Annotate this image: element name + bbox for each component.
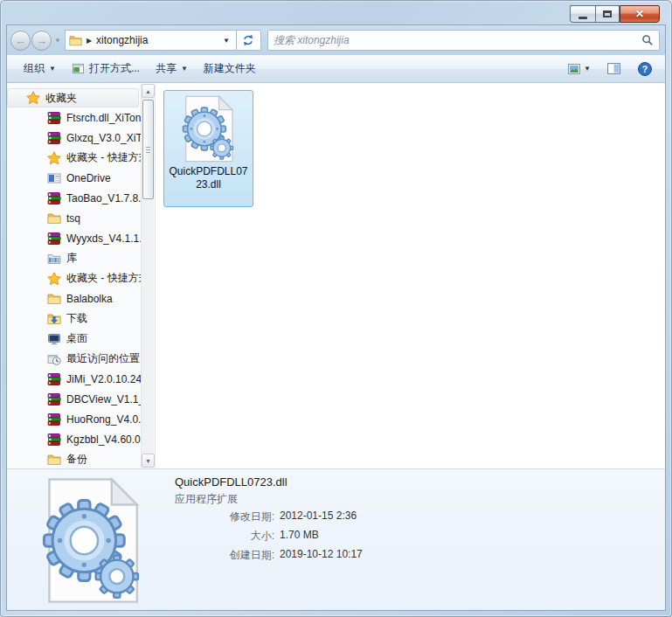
rar-icon [47, 111, 61, 125]
back-button[interactable]: ← [10, 31, 31, 51]
navigation-bar: ← → ▼ ▶ xitongzhijia ▼ [7, 25, 665, 55]
tree-item[interactable]: 下载 [7, 308, 155, 329]
folder-tree: 收藏夹 Ftsrch.dll_XiTong Glxzq_V3.0_XiTo 收藏… [7, 83, 155, 468]
tree-item[interactable]: Balabolka [7, 288, 155, 308]
rar-icon [47, 191, 61, 205]
details-file-name: QuickPDFDLL0723.dll [175, 475, 288, 489]
breadcrumb[interactable]: xitongzhijia [96, 34, 148, 46]
close-button[interactable]: ✕ [620, 5, 660, 23]
open-with-icon [72, 62, 85, 75]
dll-file-icon [182, 95, 236, 163]
details-field-row: 创建日期:2019-10-12 10:17 [138, 548, 363, 563]
onedrive-icon [47, 171, 61, 185]
refresh-icon [242, 34, 254, 46]
tree-item[interactable]: 最近访问的位置 [7, 349, 155, 369]
organize-button[interactable]: 组织▼ [16, 58, 64, 80]
maximize-icon [603, 10, 612, 17]
sidebar-scrollbar[interactable]: ▲ ▼ [141, 84, 154, 468]
tree-item[interactable]: TaoBao_V1.7.8.1 [7, 188, 155, 208]
file-list-pane[interactable]: QuickPDFDLL0723.dll [156, 83, 665, 468]
close-icon: ✕ [635, 9, 644, 19]
chevron-down-icon: ▼ [181, 65, 188, 73]
maximize-button[interactable] [595, 5, 620, 23]
tree-item[interactable]: JiMi_V2.0.10.24_ [7, 369, 155, 389]
window-inner: ← → ▼ ▶ xitongzhijia ▼ [6, 24, 666, 611]
address-bar[interactable]: ▶ xitongzhijia ▼ [65, 30, 236, 51]
details-field-row: 大小:1.70 MB [138, 529, 363, 544]
new-folder-button[interactable]: 新建文件夹 [196, 58, 264, 80]
refresh-button[interactable] [236, 30, 261, 51]
back-arrow-icon: ← [15, 34, 26, 47]
details-field-label: 创建日期: [138, 548, 274, 563]
explorer-window: ✕ ← → ▼ ▶ xitongzhijia ▼ [0, 0, 672, 617]
details-field-value: 2012-01-15 2:36 [280, 510, 357, 524]
tree-item[interactable]: Kgzbbl_V4.60.0.5 [7, 429, 155, 449]
chevron-down-icon: ▼ [49, 65, 56, 73]
preview-pane-icon [606, 61, 621, 76]
folder-icon [47, 453, 61, 467]
open-with-button[interactable]: 打开方式... [64, 58, 148, 80]
tree-item[interactable]: 收藏夹 - 快捷方式 [7, 268, 155, 288]
tree-item[interactable]: 收藏夹 [7, 88, 139, 107]
history-dropdown[interactable]: ▼ [54, 37, 61, 45]
minimize-button[interactable] [570, 5, 595, 23]
tree-item[interactable]: tsq [7, 208, 155, 228]
forward-arrow-icon: → [36, 34, 47, 47]
change-view-button[interactable]: ▼ [564, 59, 594, 79]
chevron-down-icon: ▼ [584, 65, 591, 73]
rar-icon [47, 372, 61, 386]
details-file-type: 应用程序扩展 [175, 492, 238, 507]
file-item-selected[interactable]: QuickPDFDLL0723.dll [163, 90, 253, 207]
search-box[interactable] [267, 30, 660, 51]
details-fields: 修改日期:2012-01-15 2:36大小:1.70 MB创建日期:2019-… [138, 510, 363, 567]
tree-item[interactable]: 收藏夹 - 快捷方式 [7, 148, 155, 168]
forward-button[interactable]: → [31, 31, 52, 51]
details-field-label: 大小: [138, 529, 274, 544]
dll-file-icon-large [42, 477, 143, 604]
search-input[interactable] [274, 34, 641, 46]
scroll-up-button[interactable]: ▲ [142, 84, 155, 98]
scrollbar-grip-icon [146, 149, 150, 150]
command-toolbar: 组织▼ 打开方式... 共享▼ 新建文件夹 ▼ [7, 55, 665, 83]
tree-item[interactable]: DBCView_V1.1_X [7, 389, 155, 409]
tree-item[interactable]: Ftsrch.dll_XiTong [7, 107, 155, 128]
arrow-down-icon: ▼ [145, 458, 151, 464]
minimize-icon [578, 17, 587, 19]
tree-item[interactable]: Glxzq_V3.0_XiTo [7, 128, 155, 148]
tree-item[interactable]: 备份 [7, 449, 155, 468]
search-icon[interactable] [641, 34, 654, 46]
tree-item[interactable]: 库 [7, 248, 155, 268]
rar-icon [47, 433, 61, 447]
scrollbar-thumb[interactable] [142, 100, 154, 199]
desktop-icon [47, 332, 61, 346]
recent-icon [47, 352, 61, 366]
window-controls: ✕ [570, 5, 660, 23]
breadcrumb-arrow-icon: ▶ [87, 37, 92, 45]
preview-pane-button[interactable] [603, 59, 625, 79]
star-icon [47, 151, 61, 165]
views-icon [567, 62, 581, 76]
file-name-label: QuickPDFDLL0723.dll [167, 165, 251, 191]
rar-icon [47, 412, 61, 426]
navigation-pane: 收藏夹 Ftsrch.dll_XiTong Glxzq_V3.0_XiTo 收藏… [7, 83, 156, 468]
details-field-label: 修改日期: [138, 510, 274, 524]
scroll-down-button[interactable]: ▼ [142, 454, 155, 468]
folder-icon [47, 211, 61, 225]
tree-item[interactable]: HuoRong_V4.0.5 [7, 409, 155, 429]
folder-icon [47, 292, 61, 306]
share-button[interactable]: 共享▼ [148, 58, 196, 80]
libraries-icon [47, 252, 61, 266]
help-button[interactable] [634, 59, 656, 80]
details-field-row: 修改日期:2012-01-15 2:36 [138, 510, 363, 524]
address-dropdown-icon[interactable]: ▼ [220, 37, 232, 45]
folder-icon [69, 34, 82, 47]
tree-item[interactable]: Wyyxds_V4.1.1.1 [7, 228, 155, 248]
download-icon [47, 312, 61, 326]
rar-icon [47, 131, 61, 145]
rar-icon [47, 392, 61, 406]
tree-item[interactable]: 桌面 [7, 329, 155, 349]
rar-icon [47, 232, 61, 246]
details-pane: QuickPDFDLL0723.dll 应用程序扩展 修改日期:2012-01-… [7, 468, 665, 610]
tree-item[interactable]: OneDrive [7, 168, 155, 188]
help-icon [637, 61, 653, 77]
